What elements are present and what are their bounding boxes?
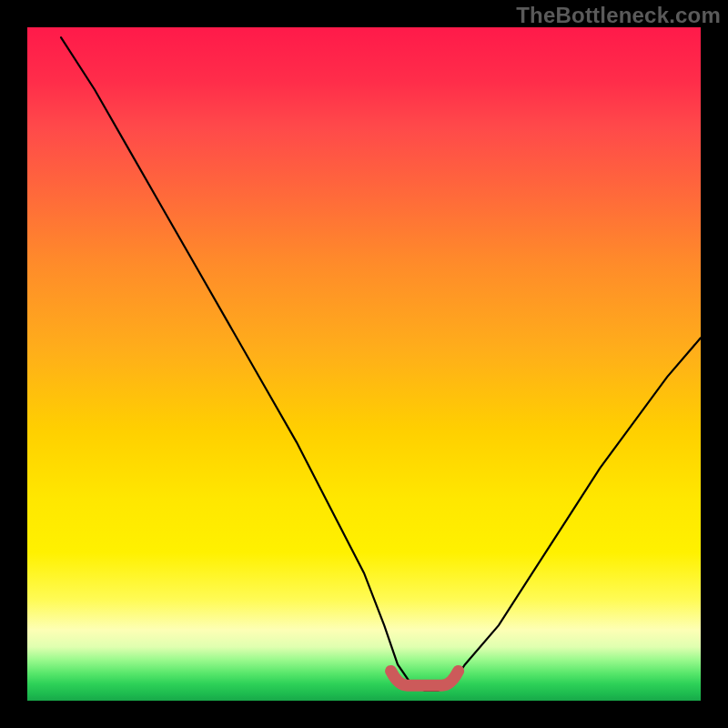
plot-area	[27, 27, 701, 701]
chart-frame: TheBottleneck.com	[0, 0, 728, 728]
chart-svg	[27, 27, 701, 701]
bottleneck-curve	[61, 37, 701, 691]
watermark-text: TheBottleneck.com	[516, 3, 721, 28]
optimal-range-marker	[391, 671, 459, 685]
